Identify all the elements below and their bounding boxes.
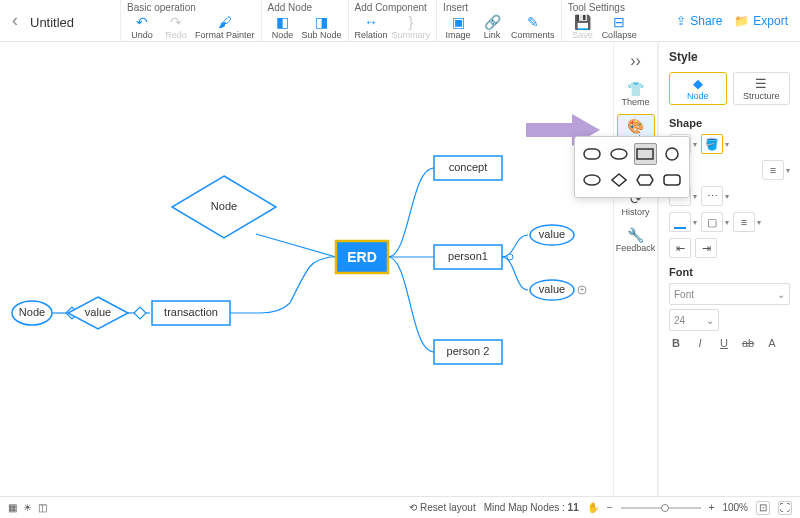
- zoom-level: 100%: [722, 502, 748, 513]
- svg-rect-19: [526, 123, 572, 137]
- group-tool-settings: Tool Settings 💾Save ⊟Collapse: [561, 0, 643, 41]
- wrench-icon: 🔧: [627, 227, 644, 243]
- panel-tab-node[interactable]: ◆Node: [669, 72, 727, 105]
- shape-section-title: Shape: [669, 117, 790, 129]
- shape-popup: [574, 136, 690, 198]
- zoom-out-button[interactable]: −: [607, 502, 613, 513]
- svg-point-13: [507, 254, 513, 260]
- palette-icon: 🎨: [627, 118, 644, 134]
- export-button[interactable]: 📁Export: [734, 14, 788, 28]
- group-add-component: Add Component ↔Relation }Summary: [348, 0, 437, 41]
- back-button[interactable]: ‹: [0, 0, 30, 41]
- format-painter-button[interactable]: 🖌Format Painter: [195, 14, 255, 40]
- group-label: Add Component: [355, 2, 431, 13]
- shape-circle[interactable]: [661, 143, 684, 165]
- comments-button[interactable]: ✎Comments: [511, 14, 555, 40]
- undo-icon: ↶: [136, 14, 148, 30]
- chevron-down-icon: ⌄: [777, 289, 785, 300]
- document-title[interactable]: Untitled: [30, 0, 120, 41]
- relation-button[interactable]: ↔Relation: [355, 14, 388, 40]
- bold-button[interactable]: B: [669, 337, 683, 349]
- subnode-icon: ◨: [315, 14, 328, 30]
- border-align[interactable]: ≡: [733, 212, 755, 232]
- font-family-select[interactable]: Font⌄: [669, 283, 790, 305]
- structure-icon: ☰: [755, 76, 767, 91]
- indent-in[interactable]: ⇥: [695, 238, 717, 258]
- add-subnode-button[interactable]: ◨Sub Node: [302, 14, 342, 40]
- zoom-in-button[interactable]: +: [709, 502, 715, 513]
- svg-point-26: [584, 175, 600, 185]
- brush-icon: 🖌: [218, 14, 232, 30]
- redo-button: ↷Redo: [161, 14, 191, 40]
- shape-hex[interactable]: [634, 169, 657, 191]
- svg-marker-28: [637, 175, 653, 185]
- zoom-slider[interactable]: [621, 507, 701, 509]
- font-size-select[interactable]: 24⌄: [669, 309, 719, 331]
- shape-rounded[interactable]: [581, 143, 604, 165]
- svg-rect-29: [664, 175, 680, 185]
- share-icon: ⇪: [676, 14, 686, 28]
- nodes-count: Mind Map Nodes : 11: [484, 502, 579, 513]
- svg-text:concept: concept: [449, 161, 488, 173]
- svg-text:person1: person1: [448, 250, 488, 262]
- export-icon: 📁: [734, 14, 749, 28]
- group-add-node: Add Node ◧Node ◨Sub Node: [261, 0, 348, 41]
- italic-button[interactable]: I: [693, 337, 707, 349]
- svg-text:Node: Node: [211, 200, 237, 212]
- svg-marker-27: [612, 174, 626, 186]
- share-button[interactable]: ⇪Share: [676, 14, 722, 28]
- style-panel: Style ◆Node ☰Structure Shape ▾ 🪣 ▾ ≡▾ —▾…: [658, 42, 800, 496]
- text-color-button[interactable]: A: [765, 337, 779, 349]
- view-outline-icon[interactable]: ◫: [38, 502, 47, 513]
- shape-ellipse[interactable]: [608, 143, 631, 165]
- svg-text:value: value: [539, 283, 565, 295]
- group-basic: Basic operation ↶Undo ↷Redo 🖌Format Pain…: [120, 0, 261, 41]
- svg-text:ERD: ERD: [347, 249, 377, 265]
- svg-marker-5: [134, 307, 146, 319]
- fit-button[interactable]: ⊡: [756, 501, 770, 515]
- save-button: 💾Save: [568, 14, 598, 40]
- chevron-down-icon: ▾: [693, 140, 697, 149]
- image-button[interactable]: ▣Image: [443, 14, 473, 40]
- shape-stadium[interactable]: [661, 169, 684, 191]
- collapse-button[interactable]: ⊟Collapse: [602, 14, 637, 40]
- fill-picker[interactable]: 🪣: [701, 134, 723, 154]
- bucket-icon: 🪣: [705, 138, 719, 151]
- relation-icon: ↔: [364, 14, 378, 30]
- shape-diamond[interactable]: [608, 169, 631, 191]
- tab-theme[interactable]: 👕Theme: [617, 78, 655, 110]
- chevron-down-icon: ▾: [725, 140, 729, 149]
- group-insert: Insert ▣Image 🔗Link ✎Comments: [436, 0, 561, 41]
- canvas[interactable]: Node value transaction Node ERD concept …: [0, 42, 613, 496]
- svg-line-2: [256, 234, 336, 257]
- border-color[interactable]: [669, 212, 691, 232]
- indent-out[interactable]: ⇤: [669, 238, 691, 258]
- collapse-panel-button[interactable]: ››: [626, 48, 645, 74]
- align-button[interactable]: ≡: [762, 160, 784, 180]
- link-icon: 🔗: [484, 14, 501, 30]
- undo-button[interactable]: ↶Undo: [127, 14, 157, 40]
- border-style[interactable]: ⋯: [701, 186, 723, 206]
- pan-icon[interactable]: ✋: [587, 502, 599, 513]
- view-sun-icon[interactable]: ☀: [23, 502, 32, 513]
- svg-text:value: value: [539, 228, 565, 240]
- font-section-title: Font: [669, 266, 790, 278]
- svg-text:Node: Node: [19, 306, 45, 318]
- panel-tab-structure[interactable]: ☰Structure: [733, 72, 791, 105]
- node-icon: ◧: [276, 14, 289, 30]
- panel-title: Style: [669, 50, 790, 64]
- shape-rect[interactable]: [634, 143, 657, 165]
- underline-button[interactable]: U: [717, 337, 731, 349]
- tab-feedback[interactable]: 🔧Feedback: [617, 224, 655, 256]
- view-grid-icon[interactable]: ▦: [8, 502, 17, 513]
- shirt-icon: 👕: [627, 81, 644, 97]
- collapse-icon: ⊟: [613, 14, 625, 30]
- shape-ring[interactable]: [581, 169, 604, 191]
- svg-rect-24: [637, 149, 653, 159]
- fullscreen-button[interactable]: ⛶: [778, 501, 792, 515]
- strike-button[interactable]: ab: [741, 337, 755, 349]
- border-box[interactable]: ▢: [701, 212, 723, 232]
- link-button[interactable]: 🔗Link: [477, 14, 507, 40]
- reset-layout-button[interactable]: ⟲ Reset layout: [409, 502, 475, 513]
- add-node-button[interactable]: ◧Node: [268, 14, 298, 40]
